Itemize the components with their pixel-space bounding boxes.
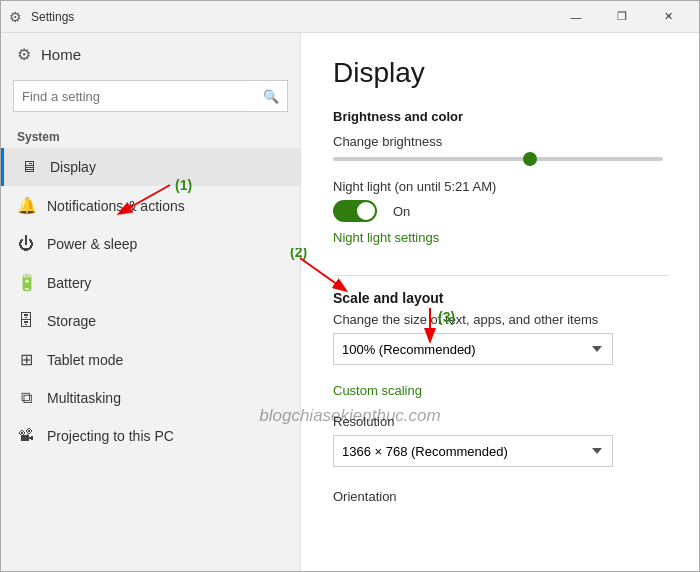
sidebar-section-label: System (1, 124, 300, 148)
sidebar-item-label-projecting: Projecting to this PC (47, 428, 174, 444)
search-input[interactable] (22, 89, 263, 104)
brightness-label: Change brightness (333, 134, 667, 149)
custom-scaling-link[interactable]: Custom scaling (333, 383, 667, 398)
home-icon: ⚙ (17, 45, 31, 64)
scale-section-title: Scale and layout (333, 290, 667, 306)
night-light-settings-link[interactable]: Night light settings (333, 230, 439, 245)
sidebar-item-label-storage: Storage (47, 313, 96, 329)
resolution-dropdown[interactable]: 1366 × 768 (Recommended) 1280 × 768 1024… (333, 435, 613, 467)
window-controls: — ❐ ✕ (553, 1, 691, 33)
projecting-icon: 📽 (17, 427, 35, 445)
sidebar-item-tablet[interactable]: ⊞ Tablet mode (1, 340, 300, 379)
window-title: Settings (31, 10, 553, 24)
search-icon: 🔍 (263, 89, 279, 104)
sidebar-item-storage[interactable]: 🗄 Storage (1, 302, 300, 340)
night-light-toggle[interactable] (333, 200, 377, 222)
sidebar-item-label-display: Display (50, 159, 96, 175)
resolution-label: Resolution (333, 414, 667, 429)
home-item[interactable]: ⚙ Home (1, 33, 300, 76)
titlebar: ⚙ Settings — ❐ ✕ (1, 1, 699, 33)
orientation-label: Orientation (333, 489, 667, 504)
sidebar-item-multitasking[interactable]: ⧉ Multitasking (1, 379, 300, 417)
night-light-row: Night light (on until 5:21 AM) (333, 179, 667, 194)
home-label: Home (41, 46, 81, 63)
sidebar: ⚙ Home 🔍 System 🖥 Display 🔔 Notification… (1, 33, 301, 571)
storage-icon: 🗄 (17, 312, 35, 330)
brightness-section-title: Brightness and color (333, 109, 667, 124)
notifications-icon: 🔔 (17, 196, 35, 215)
minimize-button[interactable]: — (553, 1, 599, 33)
night-light-on-label: On (393, 204, 410, 219)
sidebar-item-power[interactable]: ⏻ Power & sleep (1, 225, 300, 263)
battery-icon: 🔋 (17, 273, 35, 292)
sidebar-item-notifications[interactable]: 🔔 Notifications & actions (1, 186, 300, 225)
sidebar-item-label-battery: Battery (47, 275, 91, 291)
page-title: Display (333, 57, 667, 89)
power-icon: ⏻ (17, 235, 35, 253)
multitasking-icon: ⧉ (17, 389, 35, 407)
brightness-slider-container (333, 157, 667, 161)
scale-dropdown[interactable]: 100% (Recommended) 125% 150% (333, 333, 613, 365)
sidebar-item-label-tablet: Tablet mode (47, 352, 123, 368)
maximize-button[interactable]: ❐ (599, 1, 645, 33)
sidebar-item-label-multitasking: Multitasking (47, 390, 121, 406)
night-light-label: Night light (on until 5:21 AM) (333, 179, 667, 194)
sidebar-item-projecting[interactable]: 📽 Projecting to this PC (1, 417, 300, 455)
brightness-slider[interactable] (333, 157, 663, 161)
main-panel: Display Brightness and color Change brig… (301, 33, 699, 571)
divider (333, 275, 667, 276)
close-button[interactable]: ✕ (645, 1, 691, 33)
sidebar-item-label-notifications: Notifications & actions (47, 198, 185, 214)
sidebar-item-display[interactable]: 🖥 Display (1, 148, 300, 186)
sidebar-item-battery[interactable]: 🔋 Battery (1, 263, 300, 302)
sidebar-item-label-power: Power & sleep (47, 236, 137, 252)
display-icon: 🖥 (20, 158, 38, 176)
scale-dropdown-label: Change the size of text, apps, and other… (333, 312, 667, 327)
tablet-icon: ⊞ (17, 350, 35, 369)
settings-icon: ⚙ (9, 9, 25, 25)
search-box[interactable]: 🔍 (13, 80, 288, 112)
